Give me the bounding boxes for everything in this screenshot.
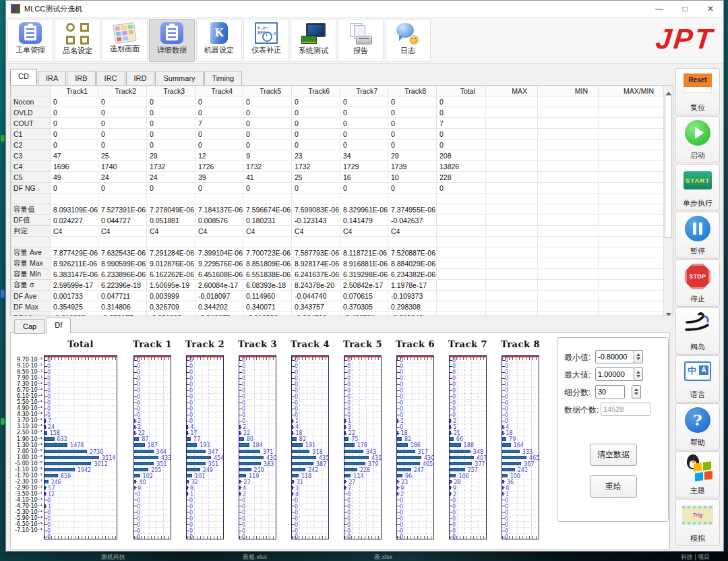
table-cell[interactable] [538,237,599,247]
table-cell[interactable] [437,215,486,226]
table-cell[interactable]: 41 [243,172,292,183]
table-cell[interactable] [437,258,486,269]
table-cell[interactable]: 7 [195,118,243,129]
table-cell[interactable] [292,237,340,247]
sidebar-button-language[interactable]: 中A语言 [675,355,720,403]
table-cell[interactable]: -0.368342 [388,312,437,317]
table-cell[interactable]: 0 [340,107,388,118]
table-cell[interactable] [538,140,599,150]
table-cell[interactable]: -0.042637 [388,215,437,226]
table-cell[interactable]: 0 [98,118,147,129]
maximize-button[interactable]: □ [672,1,698,17]
table-cell[interactable] [437,247,486,258]
table-cell[interactable] [599,96,665,107]
table-cell[interactable]: 0 [195,140,243,150]
table-cell[interactable]: 24 [98,172,147,183]
table-cell[interactable] [599,237,665,247]
clear-data-button[interactable]: 清空数据 [590,444,637,466]
table-cell[interactable] [538,247,599,258]
table-cell[interactable]: 0 [340,183,388,194]
table-cell[interactable]: 8.884029E-06 [388,258,437,269]
table-cell[interactable]: 25 [292,172,340,183]
table-cell[interactable]: 0.008576 [195,215,243,226]
table-cell[interactable]: 0 [292,107,340,118]
table-cell[interactable]: 0.070615 [340,291,388,301]
table-cell[interactable]: 7.527391E-06 [98,204,147,215]
table-cell[interactable]: 0 [340,140,388,150]
table-cell[interactable] [292,194,340,204]
table-cell[interactable]: 6.451608E-06 [195,269,243,280]
table-cell[interactable]: 1729 [340,161,388,172]
table-cell[interactable] [486,161,538,172]
table-cell[interactable]: 7.700723E-06 [243,247,292,258]
table-cell[interactable] [388,237,437,247]
table-cell[interactable] [195,237,243,247]
table-cell[interactable]: 0 [98,183,147,194]
table-cell[interactable] [599,118,665,129]
scrollbar-down-arrow-icon[interactable] [664,307,673,316]
table-cell[interactable]: -0.044740 [292,291,340,301]
scrollbar-up-arrow-icon[interactable] [664,86,673,94]
table-cell[interactable] [538,215,599,226]
sidebar-button-start[interactable]: 启动 [675,116,720,163]
table-cell[interactable]: 0 [437,129,486,140]
table-cell[interactable]: 7.632543E-06 [98,247,147,258]
table-cell[interactable]: 0.298308 [388,301,437,312]
sidebar-button-valve-island[interactable]: 阀岛 [675,307,720,355]
table-cell[interactable]: 0.340071 [243,301,292,312]
table-cell[interactable]: 7.278049E-06 [147,204,195,215]
table-cell[interactable] [437,301,486,312]
table-cell[interactable]: 8.851809E-06 [243,258,292,269]
table-cell[interactable]: 8.926211E-06 [51,258,98,269]
table-cell[interactable]: 0 [388,183,437,194]
table-cell[interactable] [486,150,538,161]
table-cell[interactable]: 6.08393e-18 [243,280,292,291]
table-cell[interactable] [538,258,599,269]
table-cell[interactable] [599,226,665,237]
table-cell[interactable]: 9.229576E-06 [195,258,243,269]
table-cell[interactable]: 0 [243,107,292,118]
table-cell[interactable]: 0.114960 [243,291,292,301]
table-cell[interactable]: 6.241637E-06 [292,269,340,280]
table-cell[interactable]: 0 [292,129,340,140]
table-cell[interactable]: 8.118721E-06 [340,247,388,258]
table-cell[interactable]: 25 [98,150,147,161]
table-cell[interactable]: 0 [98,96,147,107]
table-cell[interactable]: 0 [437,107,486,118]
table-cell[interactable] [599,194,665,204]
tab-ird[interactable]: IRD [126,71,155,85]
table-cell[interactable]: 8.990599E-06 [98,258,147,269]
table-cell[interactable] [599,204,665,215]
table-cell[interactable] [538,129,599,140]
table-cell[interactable] [538,280,599,291]
table-cell[interactable]: 0.354925 [51,301,98,312]
table-cell[interactable]: 0 [292,96,340,107]
table-cell[interactable]: 1.50695e-19 [147,280,195,291]
table-cell[interactable]: 6.22396e-18 [98,280,147,291]
table-cell[interactable]: 7.587793E-06 [292,247,340,258]
sidebar-button-simulate[interactable]: Trig模拟 [675,499,720,546]
table-cell[interactable]: 1732 [292,161,340,172]
table-cell[interactable]: C4 [51,226,98,237]
table-cell[interactable] [486,237,538,247]
table-cell[interactable] [437,204,486,215]
sidebar-button-help[interactable]: ?帮助 [675,403,720,450]
table-cell[interactable] [538,204,599,215]
table-cell[interactable]: 16 [340,172,388,183]
table-cell[interactable]: 0.314806 [98,301,147,312]
table-cell[interactable]: 0 [147,107,195,118]
table-cell[interactable] [538,301,599,312]
table-cell[interactable] [599,140,665,150]
table-cell[interactable]: 0.344202 [195,301,243,312]
table-cell[interactable] [98,237,147,247]
table-cell[interactable]: 0 [388,96,437,107]
table-cell[interactable]: 0 [292,118,340,129]
table-cell[interactable]: 0 [437,183,486,194]
table-cell[interactable]: 29 [147,150,195,161]
table-cell[interactable]: C4 [243,226,292,237]
table-cell[interactable] [599,129,665,140]
table-cell[interactable]: 8.329961E-06 [340,204,388,215]
tab-irc[interactable]: IRC [96,71,125,85]
table-cell[interactable] [538,118,599,129]
table-cell[interactable]: -0.123143 [292,215,340,226]
